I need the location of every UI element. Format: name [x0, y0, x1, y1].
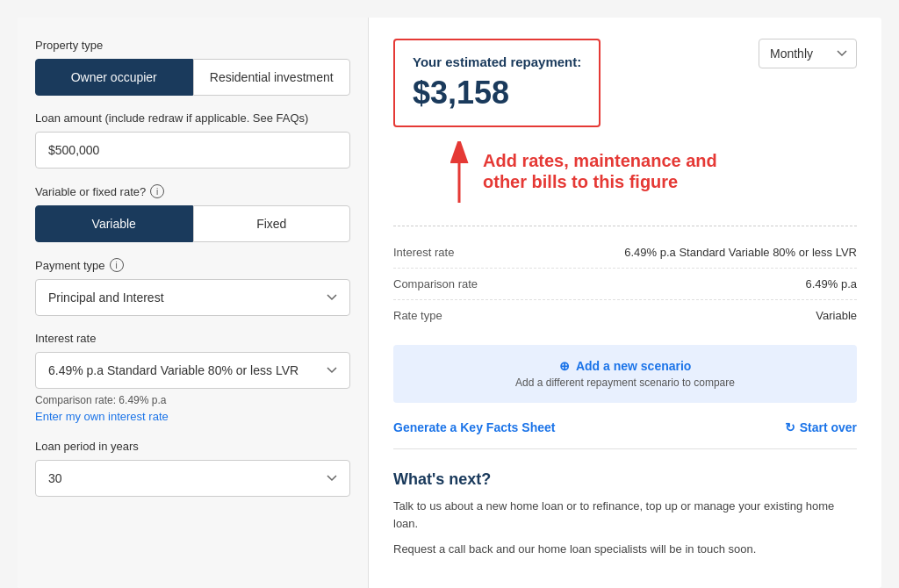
rate-details: Interest rate 6.49% p.a Standard Variabl…: [393, 226, 857, 331]
interest-rate-group: Interest rate 6.49% p.a Standard Variabl…: [35, 332, 350, 424]
loan-period-group: Loan period in years 10 15 20 25 30: [35, 440, 350, 497]
own-rate-link[interactable]: Enter my own interest rate: [35, 410, 169, 423]
rate-type-label: Variable or fixed rate? i: [35, 184, 350, 198]
bottom-links: Generate a Key Facts Sheet ↻ Start over: [393, 420, 857, 449]
interest-rate-row-value: 6.49% p.a Standard Variable 80% or less …: [624, 246, 857, 259]
payment-type-group: Payment type i Principal and Interest In…: [35, 258, 350, 316]
left-panel: Property type Owner occupier Residential…: [18, 18, 369, 588]
whats-next-section: What's next? Talk to us about a new home…: [393, 470, 857, 558]
comparison-rate-text: Comparison rate: 6.49% p.a: [35, 394, 350, 406]
whats-next-text2: Request a call back and our home loan sp…: [393, 541, 857, 558]
variable-fixed-info-icon[interactable]: i: [150, 184, 164, 198]
plus-icon: ⊕: [559, 359, 570, 373]
loan-amount-label: Loan amount (include redraw if applicabl…: [35, 111, 350, 125]
loan-amount-input[interactable]: [35, 132, 350, 169]
annotation-area: Add rates, maintenance and other bills t…: [393, 141, 857, 212]
interest-rate-select[interactable]: 6.49% p.a Standard Variable 80% or less …: [35, 352, 350, 389]
key-facts-link[interactable]: Generate a Key Facts Sheet: [393, 420, 555, 434]
property-type-group: Property type Owner occupier Residential…: [35, 39, 350, 96]
property-type-label: Property type: [35, 39, 350, 52]
rate-type-row-label: Rate type: [393, 309, 442, 322]
residential-investment-button[interactable]: Residential investment: [193, 59, 351, 96]
interest-rate-label: Interest rate: [35, 332, 350, 345]
repayment-amount: $3,158: [413, 75, 581, 111]
owner-occupier-button[interactable]: Owner occupier: [35, 59, 193, 96]
repayment-title: Your estimated repayment:: [413, 54, 581, 69]
property-type-toggle: Owner occupier Residential investment: [35, 59, 350, 96]
payment-type-info-icon[interactable]: i: [110, 258, 124, 272]
whats-next-title: What's next?: [393, 470, 857, 489]
fixed-button[interactable]: Fixed: [193, 205, 351, 242]
comparison-rate-row-label: Comparison rate: [393, 277, 478, 290]
payment-type-label: Payment type i: [35, 258, 350, 272]
variable-fixed-toggle: Variable Fixed: [35, 205, 350, 242]
rate-type-group: Variable or fixed rate? i Variable Fixed: [35, 184, 350, 242]
comparison-rate-row: Comparison rate 6.49% p.a: [393, 269, 857, 300]
rate-type-row: Rate type Variable: [393, 300, 857, 331]
loan-period-label: Loan period in years: [35, 440, 350, 453]
variable-button[interactable]: Variable: [35, 205, 193, 242]
comparison-rate-row-value: 6.49% p.a: [805, 277, 857, 290]
repayment-box: Your estimated repayment: $3,158: [393, 39, 601, 127]
refresh-icon: ↻: [785, 420, 795, 434]
monthly-select[interactable]: Monthly Fortnightly Weekly: [759, 39, 857, 68]
loan-amount-group: Loan amount (include redraw if applicabl…: [35, 111, 350, 169]
scenario-box[interactable]: ⊕ Add a new scenario Add a different rep…: [393, 345, 857, 403]
rate-type-row-value: Variable: [816, 309, 857, 322]
whats-next-text1: Talk to us about a new home loan or to r…: [393, 498, 857, 532]
scenario-sub-text: Add a different repayment scenario to co…: [411, 376, 839, 389]
annotation-arrow: [446, 141, 472, 212]
annotation-text: Add rates, maintenance and other bills t…: [483, 150, 746, 192]
interest-rate-row-label: Interest rate: [393, 246, 454, 259]
repayment-header-row: Your estimated repayment: $3,158 Monthly…: [393, 39, 857, 141]
main-container: Property type Owner occupier Residential…: [18, 18, 881, 588]
scenario-add-button[interactable]: ⊕ Add a new scenario: [411, 359, 839, 373]
monthly-dropdown-wrapper: Monthly Fortnightly Weekly: [759, 39, 857, 68]
payment-type-select[interactable]: Principal and Interest Interest Only: [35, 279, 350, 316]
start-over-link[interactable]: ↻ Start over: [785, 420, 857, 434]
loan-period-select[interactable]: 10 15 20 25 30: [35, 460, 350, 497]
right-panel: Your estimated repayment: $3,158 Monthly…: [369, 18, 881, 588]
interest-rate-row: Interest rate 6.49% p.a Standard Variabl…: [393, 237, 857, 269]
